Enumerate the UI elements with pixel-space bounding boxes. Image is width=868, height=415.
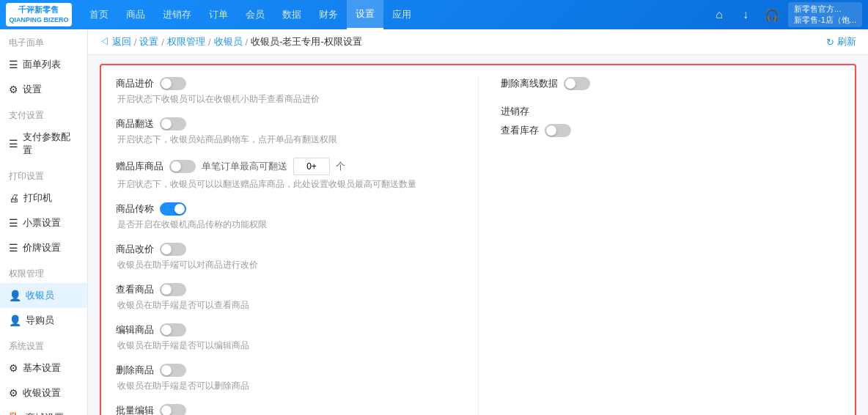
logo-text: 千评新零售QIANPING BIZERO bbox=[9, 5, 68, 24]
perm-edit-label: 编辑商品 bbox=[116, 323, 154, 337]
receipt-icon: ☰ bbox=[9, 217, 18, 229]
perm-gift-desc: 开启状态下，收银员可以以翻送赠品库商品，此处设置收银员最高可翻送数量 bbox=[117, 178, 456, 191]
breadcrumb-back[interactable]: ◁ 返回 bbox=[100, 35, 131, 48]
perm-view-toggle[interactable] bbox=[160, 283, 186, 296]
perm-edit-desc: 收银员在助手端是否可以编辑商品 bbox=[117, 339, 456, 352]
perm-batch-toggle[interactable] bbox=[160, 404, 186, 415]
breadcrumb-cashier[interactable]: 收银员 bbox=[214, 35, 243, 48]
perm-barcode-toggle[interactable] bbox=[160, 202, 186, 216]
sidebar-section-print: 打印设置 bbox=[0, 163, 87, 186]
perm-barcode-header: 商品传称 bbox=[116, 202, 456, 216]
sidebar-item-payment-config[interactable]: ☰ 支付参数配置 bbox=[0, 125, 87, 163]
perm-batch-label: 批量编辑 bbox=[116, 404, 154, 415]
permission-panel: 商品进价 开启状态下收银员可以在收银机小助手查看商品进价 商品翻送 开启状 bbox=[100, 64, 856, 415]
perm-product-refund-label: 商品翻送 bbox=[116, 117, 154, 131]
perm-inventory-title: 进销存 bbox=[501, 105, 840, 118]
sidebar-item-face-list[interactable]: ☰ 面单列表 bbox=[0, 52, 87, 77]
list-icon: ☰ bbox=[9, 59, 18, 70]
nav-items: 首页 商品 进销存 订单 会员 数据 财务 设置 应用 bbox=[81, 0, 709, 29]
perm-gift-sub-label: 单笔订单最高可翻送 bbox=[202, 160, 287, 173]
sidebar-item-guide[interactable]: 👤 导购员 bbox=[0, 308, 87, 333]
nav-home[interactable]: 首页 bbox=[81, 0, 117, 29]
sidebar-item-price-tag[interactable]: ☰ 价牌设置 bbox=[0, 235, 87, 260]
sidebar-label-face-list: 面单列表 bbox=[23, 58, 61, 71]
sidebar-section-system: 系统设置 bbox=[0, 333, 87, 356]
nav-inventory[interactable]: 进销存 bbox=[154, 0, 200, 29]
nav-products[interactable]: 商品 bbox=[117, 0, 154, 29]
perm-offline-toggle[interactable] bbox=[564, 77, 590, 90]
nav-settings[interactable]: 设置 bbox=[347, 0, 383, 29]
breadcrumb-sep2: / bbox=[161, 37, 164, 48]
sidebar-label-store: 商城设置 bbox=[26, 411, 64, 415]
sidebar-label-payment-config: 支付参数配置 bbox=[23, 131, 78, 157]
perm-delete-desc: 收银员在助手端是否可以删除商品 bbox=[117, 380, 456, 392]
user-profile-btn[interactable]: 新零售官方...新零售-1店（饱... bbox=[788, 2, 862, 27]
sidebar-label-basic: 基本设置 bbox=[23, 361, 61, 375]
payment-icon: ☰ bbox=[9, 138, 18, 150]
sidebar-label-cashier-settings: 收银设置 bbox=[23, 386, 61, 400]
breadcrumb-sep1: / bbox=[134, 37, 137, 48]
perm-product-price-toggle[interactable] bbox=[160, 77, 186, 90]
perm-product-price-header: 商品进价 bbox=[116, 77, 456, 90]
perm-delete-header: 删除商品 bbox=[116, 364, 456, 377]
sidebar-label-cashier: 收银员 bbox=[26, 289, 54, 302]
perm-gift-toggle[interactable] bbox=[169, 160, 196, 173]
nav-members[interactable]: 会员 bbox=[237, 0, 273, 29]
logo: 千评新零售QIANPING BIZERO bbox=[6, 3, 72, 26]
sidebar-section-payment: 支付设置 bbox=[0, 102, 87, 125]
user-name: 新零售官方...新零售-1店（饱... bbox=[794, 4, 856, 24]
perm-edit-product: 编辑商品 收银员在助手端是否可以编辑商品 bbox=[116, 323, 456, 352]
perm-view-product: 查看商品 收银员在助手端是否可以查看商品 bbox=[116, 283, 456, 312]
home-icon-btn[interactable]: ⌂ bbox=[709, 4, 729, 25]
sidebar-item-face-settings[interactable]: ⚙ 设置 bbox=[0, 77, 87, 102]
sidebar-label-guide: 导购员 bbox=[26, 314, 54, 327]
refresh-button[interactable]: ↻ 刷新 bbox=[826, 35, 856, 48]
perm-product-refund-toggle[interactable] bbox=[160, 117, 186, 131]
perm-delete-toggle[interactable] bbox=[160, 364, 186, 377]
permission-right: 删除离线数据 进销存 查看库存 bbox=[478, 77, 840, 415]
perm-product-price: 商品进价 开启状态下收银员可以在收银机小助手查看商品进价 bbox=[116, 77, 456, 106]
sidebar: 电子面单 ☰ 面单列表 ⚙ 设置 支付设置 ☰ 支付参数配置 打印设置 🖨 打印… bbox=[0, 29, 88, 415]
perm-edit-header: 编辑商品 bbox=[116, 323, 456, 337]
perm-price-change: 商品改价 收银员在助手端可以对商品进行改价 bbox=[116, 243, 456, 271]
perm-product-refund-desc: 开启状态下，收银员站商品购物车，点开单品有翻送权限 bbox=[117, 133, 456, 146]
store-icon: 🏪 bbox=[9, 412, 21, 415]
breadcrumb-bar: ◁ 返回 / 设置 / 权限管理 / 收银员 / 收银员-老王专用-权限设置 ↻… bbox=[88, 29, 868, 55]
breadcrumb-permission[interactable]: 权限管理 bbox=[167, 35, 205, 48]
content-area: 商品进价 开启状态下收银员可以在收银机小助手查看商品进价 商品翻送 开启状 bbox=[88, 55, 868, 415]
perm-offline-header: 删除离线数据 bbox=[501, 77, 840, 90]
sidebar-item-basic[interactable]: ⚙ 基本设置 bbox=[0, 356, 87, 381]
nav-data[interactable]: 数据 bbox=[273, 0, 310, 29]
sidebar-section-eface: 电子面单 bbox=[0, 29, 87, 52]
perm-price-change-header: 商品改价 bbox=[116, 243, 456, 256]
sidebar-item-printer[interactable]: 🖨 打印机 bbox=[0, 186, 87, 210]
perm-product-refund-header: 商品翻送 bbox=[116, 117, 456, 131]
perm-view-desc: 收银员在助手端是否可以查看商品 bbox=[117, 299, 456, 312]
perm-barcode-desc: 是否开启在收银机商品传称的功能权限 bbox=[117, 218, 456, 231]
headset-icon-btn[interactable]: 🎧 bbox=[762, 4, 782, 25]
breadcrumb-sep4: / bbox=[246, 37, 249, 48]
perm-price-change-toggle[interactable] bbox=[160, 243, 186, 256]
sidebar-item-receipt[interactable]: ☰ 小票设置 bbox=[0, 210, 87, 235]
perm-inventory-label: 查看库存 bbox=[501, 124, 539, 137]
permission-grid: 商品进价 开启状态下收银员可以在收银机小助手查看商品进价 商品翻送 开启状 bbox=[116, 77, 840, 415]
perm-edit-toggle[interactable] bbox=[160, 323, 186, 337]
breadcrumb-current: 收银员-老王专用-权限设置 bbox=[251, 35, 362, 48]
perm-product-price-desc: 开启状态下收银员可以在收银机小助手查看商品进价 bbox=[117, 93, 456, 106]
perm-view-header: 查看商品 bbox=[116, 283, 456, 296]
main-content: ◁ 返回 / 设置 / 权限管理 / 收银员 / 收银员-老王专用-权限设置 ↻… bbox=[88, 29, 868, 415]
top-navigation: 千评新零售QIANPING BIZERO 首页 商品 进销存 订单 会员 数据 … bbox=[0, 0, 868, 29]
breadcrumb-sep3: / bbox=[208, 37, 211, 48]
download-icon-btn[interactable]: ↓ bbox=[735, 4, 756, 25]
nav-apps[interactable]: 应用 bbox=[383, 0, 420, 29]
sidebar-item-cashier-settings[interactable]: ⚙ 收银设置 bbox=[0, 381, 87, 405]
perm-inventory-toggle[interactable] bbox=[545, 124, 571, 137]
nav-orders[interactable]: 订单 bbox=[200, 0, 237, 29]
nav-finance[interactable]: 财务 bbox=[310, 0, 347, 29]
perm-offline-label: 删除离线数据 bbox=[501, 77, 558, 90]
perm-gift-input[interactable] bbox=[293, 158, 330, 175]
sidebar-item-cashier[interactable]: 👤 收银员 bbox=[0, 283, 87, 308]
sidebar-item-store[interactable]: 🏪 商城设置 bbox=[0, 405, 87, 415]
breadcrumb-settings[interactable]: 设置 bbox=[139, 35, 158, 48]
perm-gift-product: 赠品库商品 单笔订单最高可翻送 个 开启状态下，收银员可以以翻送赠品库商品，此处… bbox=[116, 158, 456, 191]
